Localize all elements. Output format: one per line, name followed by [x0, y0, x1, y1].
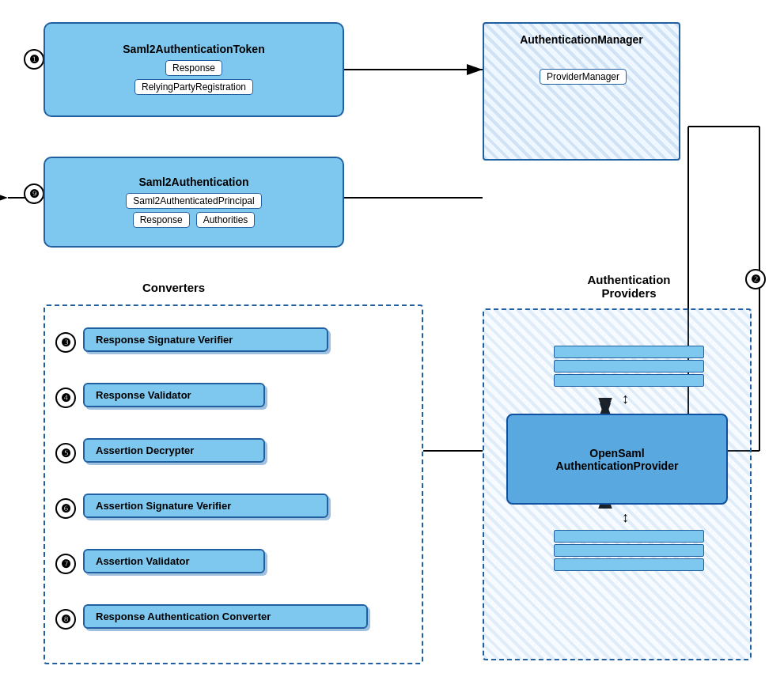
response-signature-verifier: Response Signature Verifier [83, 327, 328, 352]
auth-providers-title: AuthenticationProviders [550, 273, 708, 300]
saml2-auth-title: Saml2Authentication [138, 176, 248, 188]
number-3: ❸ [55, 332, 76, 353]
number-9: ❾ [24, 183, 44, 204]
converters-title: Converters [142, 281, 205, 294]
number-5: ❺ [55, 443, 76, 463]
assertion-decrypter: Assertion Decrypter [83, 438, 265, 463]
number-6: ❻ [55, 498, 76, 519]
assertion-signature-verifier: Assertion Signature Verifier [83, 494, 328, 518]
relying-party-label: RelyingPartyRegistration [134, 79, 253, 95]
saml2-authentication-token-box: Saml2AuthenticationToken Response Relyin… [44, 22, 344, 117]
bottom-stack-bars [554, 528, 704, 573]
opensaml-provider-box: OpenSamlAuthenticationProvider [506, 414, 728, 505]
response-label-1: Response [165, 60, 222, 76]
response-validator: Response Validator [83, 383, 265, 407]
assertion-validator: Assertion Validator [83, 549, 265, 573]
diagram: ❶ Saml2AuthenticationToken Response Rely… [0, 0, 784, 677]
number-7: ❼ [55, 554, 76, 574]
number-8: ❽ [55, 609, 76, 630]
provider-manager-label: ProviderManager [540, 69, 627, 85]
number-1: ❶ [24, 49, 44, 70]
saml2-token-title: Saml2AuthenticationToken [123, 43, 264, 55]
response-authentication-converter: Response Authentication Converter [83, 604, 368, 629]
saml2-authentication-box: Saml2Authentication Saml2AuthenticatedPr… [44, 157, 344, 248]
saml2-auth-labels-row: Response Authorities [131, 210, 257, 229]
opensaml-title: OpenSamlAuthenticationProvider [556, 447, 679, 472]
top-stack-bars [554, 344, 704, 388]
authentication-manager-box: AuthenticationManager ProviderManager [483, 22, 680, 161]
double-arrow-top: ↕ [622, 391, 629, 407]
double-arrow-bottom: ↕ [622, 509, 629, 526]
number-4: ❹ [55, 388, 76, 408]
auth-manager-title: AuthenticationManager [484, 33, 679, 46]
number-2: ❷ [745, 269, 766, 289]
saml2-principal-label: Saml2AuthenticatedPrincipal [126, 193, 261, 209]
response-label-2: Response [133, 212, 190, 228]
authorities-label: Authorities [196, 212, 256, 228]
